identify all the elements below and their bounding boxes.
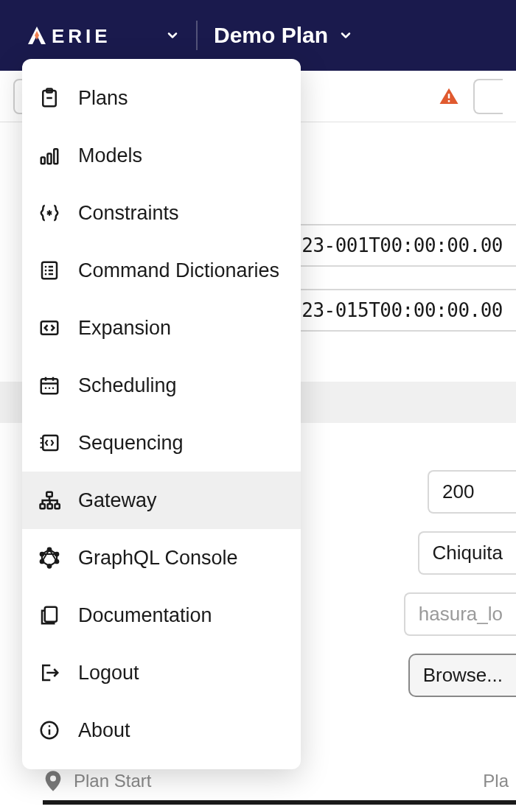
svg-point-37 <box>55 560 59 564</box>
menu-label: Constraints <box>78 202 179 225</box>
menu-item-documentation[interactable]: Documentation <box>22 587 301 644</box>
timeline-bar[interactable] <box>43 800 516 805</box>
main-menu: Plans Models Constraints Command Diction… <box>22 59 301 769</box>
graphql-icon <box>37 545 62 570</box>
map-pin-icon <box>43 769 63 793</box>
svg-rect-33 <box>55 504 60 508</box>
menu-label: Logout <box>78 662 139 685</box>
menu-label: Scheduling <box>78 374 177 397</box>
menu-item-models[interactable]: Models <box>22 127 301 184</box>
chevron-down-icon <box>165 28 180 43</box>
plan-start-label: Plan Start <box>74 771 151 791</box>
plan-name: Demo Plan <box>214 23 328 48</box>
hasura-field[interactable]: hasura_lo <box>404 592 516 636</box>
svg-point-38 <box>48 564 52 568</box>
toolbar-right-button[interactable] <box>473 79 503 114</box>
menu-item-command-dictionaries[interactable]: Command Dictionaries <box>22 242 301 299</box>
menu-item-plans[interactable]: Plans <box>22 69 301 127</box>
svg-rect-9 <box>48 154 52 164</box>
svg-rect-19 <box>41 379 58 393</box>
plan-selector[interactable]: Demo Plan <box>214 23 353 48</box>
docs-icon <box>37 603 62 628</box>
svg-rect-32 <box>48 504 52 508</box>
svg-point-40 <box>41 553 44 556</box>
svg-point-36 <box>55 553 59 556</box>
banana-field[interactable]: Chiquita <box>418 531 516 575</box>
menu-item-graphql-console[interactable]: GraphQL Console <box>22 529 301 587</box>
menu-label: About <box>78 719 130 742</box>
svg-point-23 <box>45 388 47 390</box>
number-field[interactable]: 200 <box>428 470 516 514</box>
svg-rect-41 <box>45 607 57 622</box>
svg-rect-8 <box>41 158 45 164</box>
timeline: Plan Start Pla <box>0 769 516 812</box>
start-time-field[interactable]: 2023-001T00:00:00.00 <box>265 224 516 267</box>
clipboard-icon <box>37 85 62 111</box>
network-icon <box>37 488 62 513</box>
menu-item-about[interactable]: About <box>22 701 301 759</box>
svg-point-4 <box>50 776 56 782</box>
menu-item-constraints[interactable]: Constraints <box>22 184 301 242</box>
svg-text:ERIE: ERIE <box>52 25 111 47</box>
menu-label: Expansion <box>78 317 171 340</box>
menu-item-logout[interactable]: Logout <box>22 644 301 701</box>
list-doc-icon <box>37 258 62 283</box>
brand-dropdown[interactable]: ERIE <box>22 24 180 47</box>
sequence-icon <box>37 430 62 455</box>
svg-rect-2 <box>448 94 450 98</box>
aerie-logo-icon: ERIE <box>22 24 155 47</box>
menu-label: Sequencing <box>78 432 184 455</box>
bar-chart-icon <box>37 143 62 168</box>
end-time-field[interactable]: 2023-015T00:00:00.00 <box>265 289 516 332</box>
plan-end-label: Pla <box>483 771 509 791</box>
svg-rect-10 <box>54 149 57 164</box>
topbar-divider <box>196 21 198 50</box>
svg-rect-30 <box>46 492 52 497</box>
menu-item-expansion[interactable]: Expansion <box>22 299 301 357</box>
braces-asterisk-icon <box>37 200 62 225</box>
calendar-icon <box>37 373 62 398</box>
svg-point-24 <box>49 388 51 390</box>
menu-label: Models <box>78 144 142 167</box>
browse-button[interactable]: Browse... <box>408 654 516 697</box>
svg-point-28 <box>41 442 43 444</box>
menu-label: Documentation <box>78 604 212 627</box>
menu-item-sequencing[interactable]: Sequencing <box>22 414 301 472</box>
code-box-icon <box>37 315 62 340</box>
svg-point-44 <box>49 725 51 727</box>
chevron-down-icon <box>338 28 353 43</box>
menu-label: GraphQL Console <box>78 547 238 570</box>
info-icon <box>37 718 62 743</box>
svg-rect-3 <box>448 100 450 102</box>
menu-label: Plans <box>78 87 128 110</box>
svg-point-27 <box>41 438 43 440</box>
svg-point-39 <box>41 560 44 564</box>
menu-item-scheduling[interactable]: Scheduling <box>22 357 301 414</box>
svg-point-25 <box>52 388 55 390</box>
svg-rect-31 <box>41 504 45 508</box>
logout-icon <box>37 660 62 685</box>
menu-label: Gateway <box>78 489 157 512</box>
warning-icon[interactable] <box>438 85 460 108</box>
menu-item-gateway[interactable]: Gateway <box>22 472 301 529</box>
svg-point-35 <box>48 548 52 552</box>
svg-point-29 <box>41 447 43 449</box>
menu-label: Command Dictionaries <box>78 259 279 282</box>
